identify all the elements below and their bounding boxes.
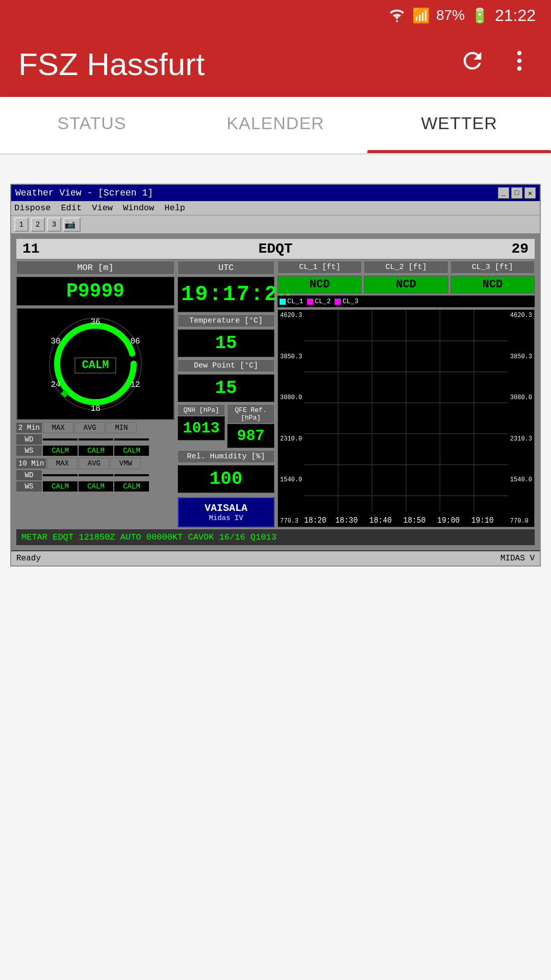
menu-help[interactable]: Help bbox=[164, 203, 185, 213]
wd-label-10min: WD bbox=[16, 470, 42, 480]
chart-svg: 18:20 18:30 18:40 18:50 19:00 19:10 bbox=[304, 310, 508, 527]
ws-avg-2min: CALM bbox=[79, 446, 113, 456]
period-2min: 2 Min bbox=[16, 423, 42, 433]
header-avg-10min: AVG bbox=[79, 458, 109, 469]
wind-stats-10min: 10 Min MAX AVG VMW WD WS bbox=[16, 458, 174, 492]
toolbar-btn-2[interactable]: 2 bbox=[31, 217, 45, 232]
temp-label: Temperature [°C] bbox=[178, 314, 274, 327]
status-right: MIDAS V bbox=[500, 554, 535, 563]
cloud-headers: CL_1 [ft] CL_2 [ft] CL_3 [ft] bbox=[278, 261, 535, 274]
wd-vmw-10min bbox=[114, 474, 149, 476]
vaisala-button[interactable]: VAISALA Midas IV bbox=[178, 497, 274, 527]
cloud-legend: CL_1 CL_2 CL_3 bbox=[278, 296, 535, 307]
top-right-num: 29 bbox=[511, 241, 529, 257]
status-icons: 📶 87% 🔋 21:22 bbox=[388, 6, 536, 25]
weather-screenshot: Weather View - [Screen 1] _ □ ✕ Dispose … bbox=[10, 184, 541, 567]
menu-bar: Dispose Edit View Window Help bbox=[11, 201, 540, 215]
svg-point-2 bbox=[517, 66, 522, 71]
legend-label-cl3: CL_3 bbox=[342, 298, 358, 305]
svg-text:19:10: 19:10 bbox=[471, 516, 494, 526]
mid-panel: UTC 19:17:28 Temperature [°C] 15 Dew Poi… bbox=[178, 261, 274, 527]
mor-value: P9999 bbox=[16, 277, 174, 306]
legend-label-cl2: CL_2 bbox=[315, 298, 331, 305]
legend-cl3: CL_3 bbox=[335, 298, 358, 305]
svg-point-1 bbox=[517, 59, 522, 63]
toolbar-btn-1[interactable]: 1 bbox=[14, 217, 29, 232]
header-max-10min: MAX bbox=[47, 458, 78, 469]
vaisala-label: VAISALA bbox=[183, 502, 269, 514]
maximize-button[interactable]: □ bbox=[511, 187, 522, 199]
cl1-header: CL_1 [ft] bbox=[278, 261, 362, 274]
wd-avg-10min bbox=[79, 474, 113, 476]
legend-label-cl1: CL_1 bbox=[287, 298, 303, 305]
top-left-num: 11 bbox=[22, 241, 40, 257]
svg-text:18:40: 18:40 bbox=[369, 516, 392, 526]
metar-bar: METAR EDQT 121850Z AUTO 00000KT CAVOK 16… bbox=[16, 529, 535, 545]
cl3-header: CL_3 [ft] bbox=[450, 261, 535, 274]
signal-icon: 📶 bbox=[412, 7, 430, 24]
wd-max-10min bbox=[43, 474, 78, 476]
qnh-label: QNH [hPa] bbox=[178, 404, 225, 416]
qfe-value: 987 bbox=[227, 424, 274, 448]
refresh-button[interactable] bbox=[459, 47, 486, 80]
tab-wetter[interactable]: WETTER bbox=[367, 97, 551, 153]
ws-max-2min: CALM bbox=[43, 446, 78, 456]
mor-label: MOR [m] bbox=[16, 261, 174, 275]
toolbar-camera[interactable]: 📷 bbox=[63, 217, 81, 232]
tab-status[interactable]: STATUS bbox=[0, 97, 184, 153]
bottom-space bbox=[0, 587, 551, 791]
status-ready: Ready bbox=[16, 554, 41, 563]
cloud-chart: 4620.3 3850.3 3080.0 2310.0 1540.0 770.3 bbox=[278, 309, 535, 527]
menu-dispose[interactable]: Dispose bbox=[14, 203, 51, 213]
status-bar: 📶 87% 🔋 21:22 bbox=[0, 0, 551, 31]
menu-view[interactable]: View bbox=[92, 203, 113, 213]
menu-window[interactable]: Window bbox=[123, 203, 154, 213]
svg-text:18: 18 bbox=[90, 404, 100, 413]
legend-cl1: CL_1 bbox=[280, 298, 303, 305]
wifi-icon bbox=[388, 8, 406, 22]
temp-value: 15 bbox=[178, 329, 274, 357]
tab-kalender[interactable]: KALENDER bbox=[184, 97, 367, 153]
cloud-values: NCD NCD NCD bbox=[278, 276, 535, 293]
utc-value: 19:17:28 bbox=[178, 277, 274, 312]
qfe-cell: QFE Ref. [hPa] 987 bbox=[227, 404, 274, 448]
left-panel: MOR [m] P9999 36 06 12 bbox=[16, 261, 174, 527]
window-controls: _ □ ✕ bbox=[498, 187, 536, 199]
legend-cl2: CL_2 bbox=[307, 298, 331, 305]
wind-compass: 36 06 12 18 24 30 CALM bbox=[16, 308, 174, 420]
toolbar: 1 2 3 📷 bbox=[11, 215, 540, 234]
qnh-value: 1013 bbox=[178, 416, 225, 440]
window-title: Weather View - [Screen 1] bbox=[15, 188, 153, 198]
pressure-row: QNH [hPa] 1013 QFE Ref. [hPa] 987 bbox=[178, 404, 274, 448]
utc-label: UTC bbox=[178, 261, 274, 275]
menu-edit[interactable]: Edit bbox=[61, 203, 82, 213]
legend-color-cl2 bbox=[307, 299, 313, 305]
app-bar-actions bbox=[459, 47, 533, 80]
period-10min: 10 Min bbox=[16, 458, 46, 469]
chart-area: 18:20 18:30 18:40 18:50 19:00 19:10 bbox=[304, 310, 508, 527]
ws-max-10min: CALM bbox=[43, 481, 78, 492]
humidity-value: 100 bbox=[178, 465, 274, 493]
minimize-button[interactable]: _ bbox=[498, 187, 509, 199]
dew-label: Dew Point [°C] bbox=[178, 359, 274, 372]
app-title: FSZ Hassfurt bbox=[18, 46, 205, 82]
svg-text:18:50: 18:50 bbox=[404, 516, 426, 526]
svg-text:30: 30 bbox=[51, 337, 60, 346]
qfe-label: QFE Ref. [hPa] bbox=[227, 404, 274, 424]
svg-text:12: 12 bbox=[130, 380, 140, 389]
battery-icon: 🔋 bbox=[471, 7, 489, 24]
main-content: Weather View - [Screen 1] _ □ ✕ Dispose … bbox=[0, 184, 551, 567]
toolbar-btn-3[interactable]: 3 bbox=[47, 217, 61, 232]
svg-point-0 bbox=[517, 51, 522, 56]
svg-text:06: 06 bbox=[130, 337, 140, 346]
cl1-value: NCD bbox=[278, 276, 362, 293]
ws-label-10min: WS bbox=[16, 481, 42, 492]
svg-text:18:20: 18:20 bbox=[304, 516, 327, 526]
right-panel: CL_1 [ft] CL_2 [ft] CL_3 [ft] NCD NCD NC… bbox=[278, 261, 535, 527]
close-button[interactable]: ✕ bbox=[524, 187, 536, 199]
compass-svg: 36 06 12 18 24 30 CALM bbox=[44, 313, 146, 415]
header-min-2min: MIN bbox=[106, 422, 137, 433]
header-avg-2min: AVG bbox=[74, 422, 105, 433]
svg-text:24: 24 bbox=[51, 380, 60, 389]
more-button[interactable] bbox=[506, 47, 533, 80]
